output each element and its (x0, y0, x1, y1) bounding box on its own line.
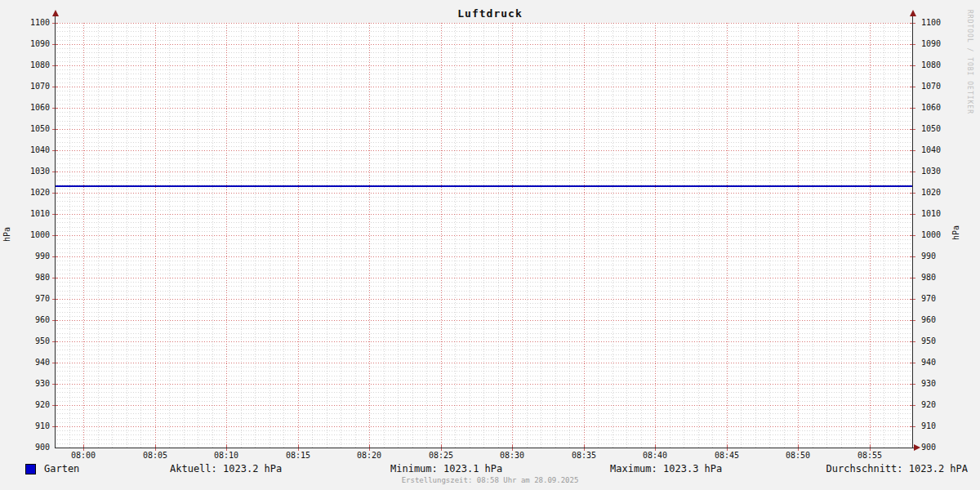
y-axis-label-right: hPa (951, 220, 961, 245)
minor-gridline (169, 23, 170, 448)
minor-gridline (69, 23, 70, 448)
minor-gridline (127, 23, 127, 448)
minor-gridline (813, 23, 813, 448)
minor-gridline (555, 23, 556, 448)
x-axis-arrow-icon (914, 444, 920, 451)
x-tick-label: 08:10 (206, 451, 247, 461)
y-tick-label-right: 1070 (921, 82, 957, 91)
y-tick-label-right: 980 (921, 273, 957, 283)
y-tick-label-left: 930 (0, 379, 50, 389)
y-tick-label-right: 1020 (921, 188, 957, 198)
y-tick-label-left: 990 (0, 252, 50, 261)
legend-maximum-value: Maximum: 1023.3 hPa (610, 464, 722, 474)
x-tick-label: 08:40 (635, 451, 675, 461)
minor-gridline (898, 23, 899, 448)
major-gridline (655, 23, 656, 448)
minor-gridline (255, 23, 256, 448)
minor-gridline (112, 23, 113, 448)
creation-timestamp: Erstellungszeit: 08:58 Uhr am 28.09.2025 (0, 476, 980, 484)
y-tick-label-right: 1080 (921, 60, 957, 70)
y-tick-label-left: 1010 (0, 209, 50, 219)
y-tick-label-left: 1050 (0, 124, 50, 134)
x-tick-label: 08:35 (564, 451, 604, 461)
y-tick-label-left: 1020 (0, 188, 50, 198)
y-tick-label-left: 900 (0, 443, 50, 452)
minor-gridline (241, 23, 242, 448)
major-gridline (226, 23, 227, 448)
y-tick-label-right: 900 (921, 443, 957, 452)
minor-gridline (212, 23, 213, 448)
chart-title: Luftdruck (0, 7, 980, 20)
minor-gridline (612, 23, 613, 448)
y-tick-label-right: 960 (921, 315, 957, 325)
major-gridline (298, 23, 299, 448)
minor-gridline (598, 23, 599, 448)
legend-current-value: Aktuell: 1023.2 hPa (170, 464, 282, 474)
minor-gridline (498, 23, 499, 448)
y-tick-label-right: 1060 (921, 103, 957, 113)
y-tick-label-left: 970 (0, 294, 50, 304)
minor-gridline (626, 23, 627, 448)
minor-gridline (855, 23, 856, 448)
legend-minimum-value: Minimum: 1023.1 hPa (390, 464, 502, 474)
y-tick-label-right: 950 (921, 336, 957, 346)
minor-gridline (198, 23, 198, 448)
y-tick-label-right: 1030 (921, 167, 957, 176)
minor-gridline (741, 23, 742, 448)
y-tick-label-right: 940 (921, 358, 957, 368)
x-tick-label: 08:25 (421, 451, 461, 461)
y-tick-label-right: 1050 (921, 124, 957, 134)
y-tick-label-left: 1040 (0, 145, 50, 155)
minor-gridline (184, 23, 185, 448)
minor-gridline (426, 23, 427, 448)
major-gridline (441, 23, 442, 448)
minor-gridline (412, 23, 413, 448)
major-gridline (155, 23, 156, 448)
minor-gridline (283, 23, 284, 448)
y-tick-label-right: 970 (921, 294, 957, 304)
minor-gridline (684, 23, 684, 448)
legend-swatch-garten (25, 464, 36, 474)
y-tick-label-right: 920 (921, 400, 957, 410)
y-axis-right (912, 16, 913, 448)
major-gridline (584, 23, 585, 448)
y-tick-label-left: 940 (0, 358, 50, 368)
minor-gridline (312, 23, 313, 448)
y-tick-label-right: 1090 (921, 39, 957, 49)
minor-gridline (670, 23, 670, 448)
minor-gridline (140, 23, 141, 448)
y-tick-label-left: 1060 (0, 103, 50, 113)
minor-gridline (355, 23, 356, 448)
minor-gridline (398, 23, 399, 448)
y-tick-label-left: 950 (0, 336, 50, 346)
minor-gridline (341, 23, 341, 448)
y-tick-label-right: 1040 (921, 145, 957, 155)
major-gridline (870, 23, 871, 448)
major-gridline (83, 23, 84, 448)
minor-gridline (841, 23, 842, 448)
minor-gridline (755, 23, 756, 448)
minor-gridline (483, 23, 484, 448)
minor-gridline (327, 23, 327, 448)
x-tick-label: 08:30 (492, 451, 532, 461)
y-tick-label-left: 1030 (0, 167, 50, 176)
x-tick-label: 08:00 (63, 451, 104, 461)
series-line-garten (56, 185, 912, 187)
major-gridline (727, 23, 728, 448)
y-tick-label-left: 960 (0, 315, 50, 325)
major-gridline (512, 23, 513, 448)
minor-gridline (541, 23, 541, 448)
y-tick-label-left: 910 (0, 421, 50, 431)
minor-gridline (641, 23, 642, 448)
x-tick-label: 08:50 (777, 451, 818, 461)
y-tick-label-right: 930 (921, 379, 957, 389)
x-tick-label: 08:15 (278, 451, 318, 461)
y-axis-left (55, 16, 56, 448)
legend-average-value: Durchschnitt: 1023.2 hPA (826, 464, 968, 474)
minor-gridline (698, 23, 699, 448)
y-tick-label-right: 910 (921, 421, 957, 431)
rrdtool-watermark: RRDTOOL / TOBI OETIKER (966, 10, 973, 114)
minor-gridline (826, 23, 827, 448)
y-tick-label-left: 1070 (0, 82, 50, 91)
minor-gridline (784, 23, 785, 448)
